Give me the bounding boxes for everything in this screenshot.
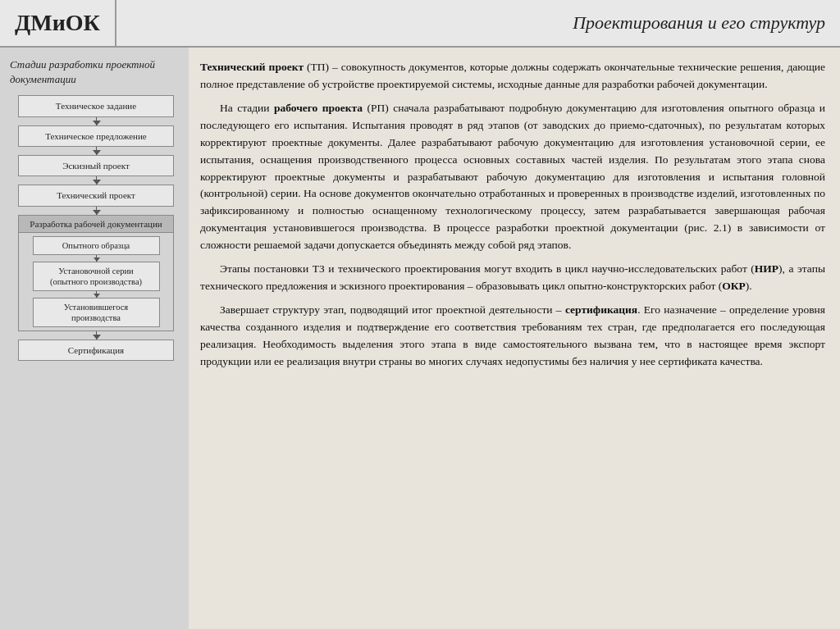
p2-text2: (РП) сначала разрабатывают подробную док… [200,102,825,251]
flowchart-tz: Техническое задание [18,95,174,116]
flowchart-tpr: Технический проект [18,185,174,206]
arrow-5 [96,331,97,340]
flowchart-rrd-group: Разработка рабочей документации Опытного… [18,215,174,332]
sidebar-title: Стадии разработки проектной документации [10,57,182,87]
page-title: Проектирования и его структур [116,0,840,46]
main-content: Стадии разработки проектной документации… [0,48,840,629]
p3-bold2: ОКР [722,280,746,292]
logo: ДМиОК [0,0,116,46]
p3-text1: Этапы постановки ТЗ и технического проек… [220,262,755,275]
flowchart-cert: Сертификация [18,340,174,361]
flowchart-rrd-header: Разработка рабочей документации [19,216,173,233]
header: ДМиОК Проектирования и его структур [0,0,840,48]
p3-text3: ). [746,280,752,292]
inner-arrow-1 [96,255,97,262]
arrow-2 [96,147,97,155]
sidebar: Стадии разработки проектной документации… [0,48,189,629]
flowchart-rrd-inner: Опытного образца Установочной серии(опыт… [19,233,173,331]
arrow-1 [96,117,97,125]
paragraph-4: Завершает структуру этап, подводящий ито… [200,302,825,371]
flowchart-us: Установочной серии(опытного производства… [33,262,160,291]
arrow-4 [96,207,97,215]
p1-bold1: Технический проект [200,61,304,73]
paragraph-3: Этапы постановки ТЗ и технического проек… [200,261,825,295]
paragraph-1: Технический проект (ТП) – совокупность д… [200,59,825,93]
paragraph-2: На стадии рабочего проекта (РП) сначала … [200,100,825,254]
content-area: Технический проект (ТП) – совокупность д… [189,48,840,629]
p4-bold1: сертификация [565,303,637,316]
flowchart: Техническое задание Техническое предложе… [10,95,182,361]
flowchart-op: Опытного образца [33,236,160,255]
flowchart-tpred: Техническое предложение [18,125,174,147]
inner-arrow-2 [96,291,97,298]
flowchart-ep: Эскизный проект [18,155,174,176]
arrow-3 [96,176,97,185]
p2-bold1: рабочего проекта [274,102,363,114]
p3-bold1: НИР [755,262,778,275]
p4-text1: Завершает структуру этап, подводящий ито… [220,303,565,316]
p2-text1: На стадии [220,102,274,114]
flowchart-usp: Установившегосяпроизводства [33,298,160,327]
